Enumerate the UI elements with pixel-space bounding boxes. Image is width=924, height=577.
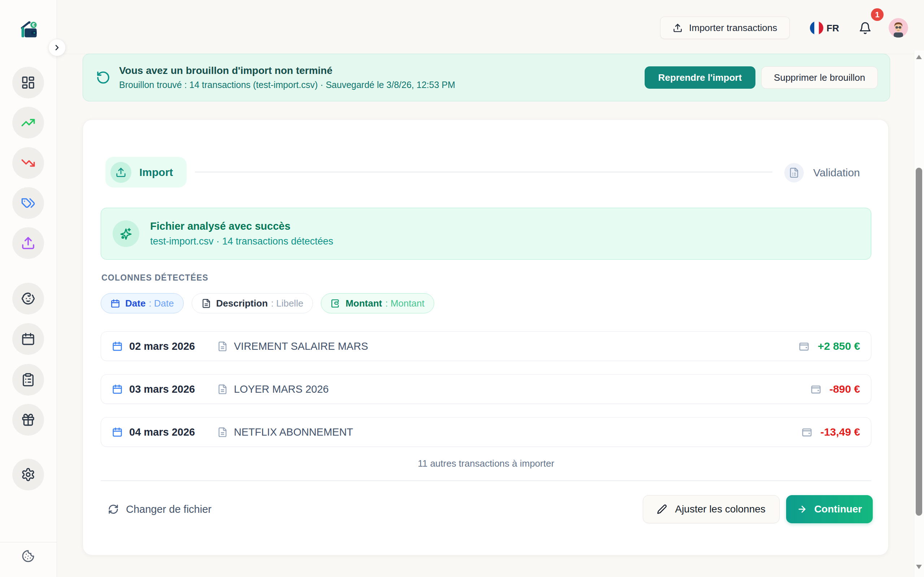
scrollbar-thumb[interactable]: [916, 168, 922, 516]
svg-text:€: €: [32, 22, 35, 28]
sidebar-item-categories[interactable]: [12, 187, 44, 219]
wallet-icon: [331, 298, 346, 308]
transaction-row[interactable]: 02 mars 2026 VIREMENT SALAIRE MARS +2 85…: [101, 331, 871, 361]
scrollbar-down-arrow[interactable]: [916, 565, 922, 569]
transaction-date: 02 mars 2026: [129, 340, 206, 352]
language-selector[interactable]: FR: [827, 23, 839, 34]
draft-banner-subtitle: Brouillon trouvé : 14 transactions (test…: [119, 80, 455, 90]
notifications-button[interactable]: [859, 21, 872, 35]
stepper-validation-label: Validation: [813, 167, 860, 179]
clipboard-list-icon: [21, 372, 36, 387]
column-chip-montant[interactable]: Montant : Montant: [321, 293, 434, 313]
trending-down-icon: [21, 156, 36, 170]
arrow-right-icon: [797, 504, 807, 514]
baby-face-icon: [21, 292, 36, 306]
refresh-icon: [108, 504, 119, 515]
wallet-icon: [798, 341, 809, 352]
success-subtitle: test-import.csv · 14 transactions détect…: [150, 236, 333, 247]
column-chip-description[interactable]: Description : Libelle: [192, 293, 313, 313]
draft-banner: Vous avez un brouillon d'import non term…: [82, 54, 890, 102]
tags-icon: [21, 196, 36, 210]
sidebar-expand-button[interactable]: [48, 39, 66, 56]
transaction-description: NETFLIX ABONNEMENT: [234, 426, 353, 438]
sidebar-item-settings[interactable]: [12, 459, 44, 490]
draft-banner-title: Vous avez un brouillon d'import non term…: [119, 65, 455, 76]
adjust-columns-button[interactable]: Ajuster les colonnes: [643, 495, 780, 523]
notification-count-badge: 1: [871, 8, 884, 21]
chip-column-mapping: : Montant: [385, 298, 424, 309]
stepper-progress-line: [195, 172, 772, 172]
success-title: Fichier analysé avec succès: [150, 220, 333, 232]
sidebar-divider: [0, 542, 57, 542]
transaction-date: 03 mars 2026: [129, 384, 206, 395]
upload-icon: [673, 23, 683, 33]
sidebar-item-family[interactable]: [12, 283, 44, 314]
stepper-import-label: Import: [139, 166, 173, 179]
settings-gear-icon: [21, 467, 36, 482]
history-restore-icon: [96, 70, 110, 85]
resume-import-button[interactable]: Reprendre l'import: [645, 66, 756, 89]
calendar-icon: [112, 384, 123, 395]
sidebar-item-planner[interactable]: [12, 323, 44, 355]
file-text-icon: [217, 341, 228, 351]
sidebar-item-expenses[interactable]: [12, 147, 44, 179]
sparkles-icon: [113, 220, 139, 247]
transaction-row[interactable]: 03 mars 2026 LOYER MARS 2026 -890 €: [101, 374, 871, 404]
chip-column-mapping: : Date: [149, 298, 174, 309]
stepper-step-validation: Validation: [784, 163, 860, 182]
sidebar: €: [0, 0, 57, 577]
import-wizard-card: Import Validation Fichier analysé avec s…: [82, 119, 888, 555]
transaction-amount: -890 €: [829, 383, 860, 395]
sidebar-item-income[interactable]: [12, 107, 44, 139]
card-footer-divider: [101, 480, 871, 481]
calendar-icon: [112, 341, 123, 351]
chip-column-name: Montant: [346, 298, 382, 309]
file-analyzed-success-banner: Fichier analysé avec succès test-import.…: [101, 208, 871, 259]
pencil-icon: [657, 504, 667, 514]
import-transactions-button[interactable]: Importer transactions: [660, 16, 790, 39]
trending-up-icon: [21, 115, 36, 130]
import-transactions-label: Importer transactions: [689, 23, 777, 34]
transaction-row[interactable]: 04 mars 2026 NETFLIX ABONNEMENT -13,49 €: [101, 417, 871, 447]
continue-button[interactable]: Continuer: [786, 495, 873, 523]
wallet-icon: [801, 427, 813, 438]
scrollbar-up-arrow[interactable]: [916, 55, 922, 59]
transaction-description: VIREMENT SALAIRE MARS: [234, 340, 368, 352]
wallet-icon: [810, 384, 822, 395]
cookie-settings-button[interactable]: [22, 549, 36, 563]
upload-icon: [21, 236, 36, 250]
transaction-description: LOYER MARS 2026: [234, 384, 329, 395]
change-file-button[interactable]: Changer de fichier: [101, 495, 219, 523]
bell-icon: [859, 22, 872, 35]
transaction-amount: +2 850 €: [817, 340, 860, 352]
app-logo-home-wallet-icon[interactable]: €: [19, 19, 39, 40]
detected-columns-label: COLONNES DÉTECTÉES: [102, 273, 208, 283]
calendar-icon: [112, 427, 123, 437]
remaining-transactions-text: 11 autres transactions à importer: [83, 458, 889, 469]
sidebar-item-rewards[interactable]: [12, 404, 44, 436]
transaction-date: 04 mars 2026: [129, 426, 206, 438]
detected-columns-chips: Date : Date Description : Libelle Montan…: [101, 293, 434, 313]
continue-label: Continuer: [814, 503, 862, 515]
adjust-columns-label: Ajuster les colonnes: [675, 503, 766, 515]
stepper-step-import: Import: [105, 157, 187, 187]
file-text-icon: [201, 298, 216, 308]
chip-column-mapping: : Libelle: [271, 298, 304, 309]
delete-draft-button[interactable]: Supprimer le brouillon: [761, 66, 878, 89]
transaction-amount: -13,49 €: [821, 426, 860, 438]
gift-icon: [21, 413, 36, 427]
dashboard-grid-icon: [21, 76, 36, 90]
sidebar-item-reports[interactable]: [12, 364, 44, 396]
user-avatar[interactable]: [888, 18, 908, 37]
upload-step-icon: [110, 162, 131, 183]
french-flag-icon[interactable]: [810, 21, 823, 35]
file-text-icon: [217, 384, 228, 395]
sidebar-item-dashboard[interactable]: [12, 67, 44, 98]
change-file-label: Changer de fichier: [126, 503, 212, 515]
file-text-icon: [217, 427, 228, 437]
sidebar-item-import[interactable]: [12, 227, 44, 259]
chip-column-name: Description: [216, 298, 268, 309]
calendar-icon: [110, 298, 125, 308]
column-chip-date[interactable]: Date : Date: [101, 293, 184, 313]
calendar-icon: [21, 332, 36, 346]
